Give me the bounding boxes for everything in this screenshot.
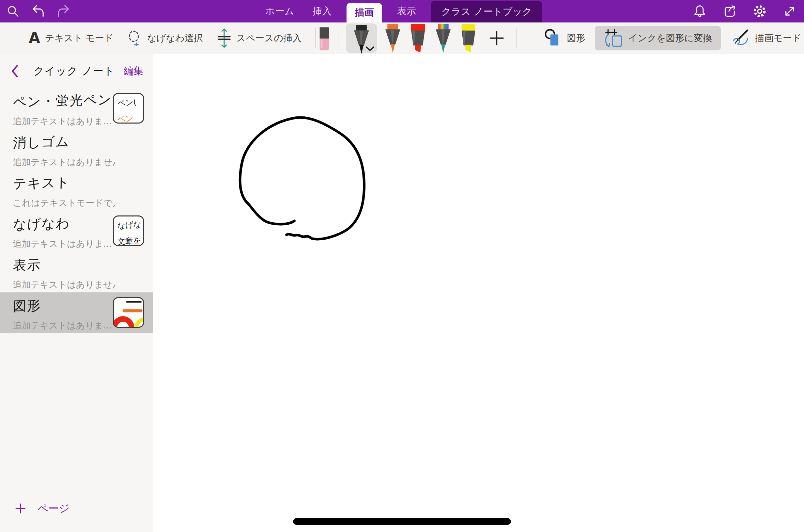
- lasso-select-label: なげなわ選択: [147, 32, 203, 44]
- chevron-down-icon: [366, 46, 374, 51]
- page-item-図形[interactable]: 図形追加テキストはありま…: [0, 292, 153, 333]
- ribbon-divider: [315, 28, 316, 48]
- draw-mode-label: 描画モード: [755, 32, 801, 44]
- ink-to-shape-label: インクを図形に変換: [628, 32, 712, 44]
- edit-button[interactable]: 編集: [124, 64, 143, 78]
- pen-divider: [339, 29, 339, 45]
- shapes-button[interactable]: 図形: [544, 29, 585, 48]
- ribbon-toolbar: A テキスト モード なげなわ選択 スペースの挿入: [0, 22, 804, 54]
- page-subtitle: 追加テキストはありません: [13, 156, 115, 168]
- page-item-テキスト[interactable]: テキストこれはテキストモードで入力し…: [0, 170, 153, 211]
- add-pen-button[interactable]: [489, 22, 505, 54]
- pen-tray: [317, 22, 516, 54]
- tab-表示[interactable]: 表示: [394, 0, 420, 22]
- page-thumbnail: なげな文章を: [113, 215, 144, 246]
- text-mode-icon: A: [29, 31, 40, 46]
- bell-icon: [693, 4, 707, 18]
- search-icon: [6, 5, 19, 18]
- red-highlighter[interactable]: [408, 22, 428, 54]
- topbar-left-icons: [5, 0, 71, 22]
- home-indicator[interactable]: [293, 518, 511, 525]
- redo-button[interactable]: [56, 4, 71, 19]
- page-title: 表示: [13, 253, 153, 275]
- lasso-icon: [127, 30, 142, 46]
- expand-icon: [783, 4, 797, 18]
- insert-space-button[interactable]: スペースの挿入: [217, 28, 302, 48]
- page-title: 消しゴム: [13, 130, 153, 152]
- tab-ホーム[interactable]: ホーム: [262, 0, 297, 22]
- ribbon-tabs: ホーム挿入描画表示クラス ノートブック: [262, 0, 542, 22]
- notifications-button[interactable]: [692, 4, 707, 19]
- redo-icon: [57, 4, 70, 18]
- share-icon: [723, 4, 737, 18]
- draw-mode-icon: [730, 29, 750, 47]
- search-button[interactable]: [5, 4, 20, 19]
- settings-button[interactable]: [752, 4, 767, 19]
- eraser[interactable]: [317, 22, 332, 54]
- page-item-消しゴム[interactable]: 消しゴム追加テキストはありません: [0, 129, 153, 170]
- tab-挿入[interactable]: 挿入: [309, 0, 335, 22]
- plus-icon: [15, 503, 26, 514]
- ink-to-shape-icon: [604, 29, 623, 48]
- page-title: テキスト: [13, 171, 153, 193]
- page-thumbnail: ペン(ペン: [113, 93, 144, 124]
- page-thumbnail: [113, 297, 144, 328]
- add-page-button[interactable]: ページ: [15, 501, 69, 516]
- lasso-select-button[interactable]: なげなわ選択: [127, 30, 203, 46]
- page-list: ペン・蛍光ペン追加テキストはありま…ペン(ペン消しゴム追加テキストはありませんテ…: [0, 88, 153, 333]
- share-button[interactable]: [722, 4, 737, 19]
- insert-space-label: スペースの挿入: [236, 32, 302, 44]
- notebook-section-title: クイック ノート: [33, 64, 115, 78]
- page-item-ペン・蛍光ペン[interactable]: ペン・蛍光ペン追加テキストはありま…ペン(ペン: [0, 88, 153, 129]
- text-mode-button[interactable]: A テキスト モード: [29, 31, 113, 46]
- tab-クラス ノートブック[interactable]: クラス ノートブック: [431, 1, 542, 22]
- topbar-right-icons: [692, 0, 797, 22]
- ribbon-divider: [516, 28, 516, 48]
- thumbnail-shapes-drawing: [114, 298, 143, 327]
- gear-icon: [753, 4, 767, 18]
- page-subtitle: これはテキストモードで入力し…: [13, 197, 115, 209]
- page-subtitle: 追加テキストはありま…: [13, 115, 115, 127]
- tab-描画[interactable]: 描画: [347, 3, 382, 22]
- sidebar-footer: ページ: [0, 501, 153, 516]
- sidebar-header: クイック ノート 編集: [0, 54, 153, 88]
- draw-mode-button[interactable]: 描画モード: [730, 29, 801, 47]
- add-pen-plus-icon: [489, 30, 505, 46]
- black-pen-selected[interactable]: [346, 23, 377, 53]
- drawing-canvas[interactable]: [154, 54, 804, 532]
- shapes-label: 図形: [567, 32, 585, 44]
- rainbow-pen[interactable]: [434, 22, 453, 54]
- back-chevron-icon: [10, 64, 19, 78]
- thumbnail-handwriting: なげな: [113, 215, 144, 232]
- ribbon-group-left: A テキスト モード なげなわ選択 スペースの挿入: [29, 22, 316, 54]
- ink-stroke-circle: [154, 54, 804, 532]
- text-mode-label: テキスト モード: [45, 32, 113, 44]
- back-button[interactable]: [10, 64, 19, 78]
- page-subtitle: 追加テキストはありません: [13, 279, 115, 291]
- thumbnail-handwriting: ペン(: [113, 93, 144, 109]
- thumbnail-handwriting: ペン: [113, 108, 143, 124]
- undo-button[interactable]: [31, 4, 46, 19]
- yellow-highlighter[interactable]: [459, 22, 478, 54]
- page-sidebar: クイック ノート 編集 ペン・蛍光ペン追加テキストはありま…ペン(ペン消しゴム追…: [0, 54, 153, 532]
- page-subtitle: 追加テキストはありま…: [13, 238, 115, 250]
- shapes-icon: [544, 29, 562, 48]
- ink-to-shape-button[interactable]: インクを図形に変換: [595, 26, 721, 50]
- page-subtitle: 追加テキストはありま…: [13, 320, 115, 332]
- page-item-なげなわ[interactable]: なげなわ追加テキストはありま…なげな文章を: [0, 211, 153, 252]
- onenote-app: ホーム挿入描画表示クラス ノートブック: [0, 0, 804, 532]
- orange-pen[interactable]: [383, 22, 402, 54]
- add-page-label: ページ: [37, 501, 69, 516]
- insert-space-icon: [217, 28, 232, 48]
- undo-icon: [31, 4, 45, 18]
- ribbon-group-right: 図形 インクを図形に変換 描画モード: [544, 22, 801, 54]
- page-item-表示[interactable]: 表示追加テキストはありません: [0, 252, 153, 292]
- fullscreen-button[interactable]: [782, 4, 797, 19]
- thumbnail-handwriting: 文章を: [113, 230, 143, 246]
- top-app-bar: ホーム挿入描画表示クラス ノートブック: [0, 0, 804, 22]
